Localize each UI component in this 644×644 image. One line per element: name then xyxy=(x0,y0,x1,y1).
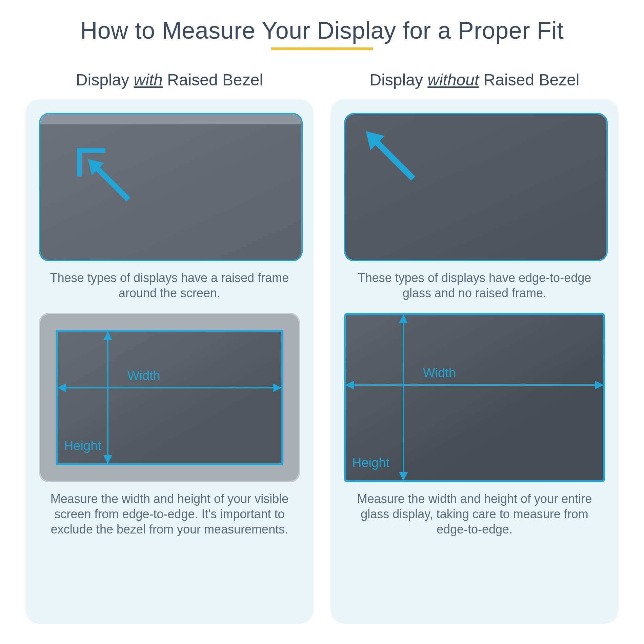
measure-area-screen: Width Height xyxy=(56,330,283,465)
instruction-page: How to Measure Your Display for a Proper… xyxy=(0,0,644,644)
illustration-no-bezel-measure: Width Height xyxy=(344,313,605,482)
arrow-icon xyxy=(88,159,135,206)
svg-marker-5 xyxy=(103,455,112,464)
width-dimension-line xyxy=(347,384,602,386)
arrowhead-up-icon xyxy=(398,314,408,324)
card-without-bezel: These types of displays have edge-to-edg… xyxy=(330,99,619,624)
measure-area-full-glass: Width Height xyxy=(344,313,605,482)
column-without-bezel: Display without Raised Bezel xyxy=(330,71,619,624)
illustration-raised-bezel-corner xyxy=(39,113,303,261)
arrowhead-down-icon xyxy=(103,454,113,464)
svg-line-0 xyxy=(94,165,128,200)
height-dimension-line xyxy=(107,333,108,462)
description-top-right: These types of displays have edge-to-edg… xyxy=(351,270,598,301)
width-label: Width xyxy=(423,366,456,380)
svg-marker-3 xyxy=(273,383,282,392)
card-with-bezel: These types of displays have a raised fr… xyxy=(25,99,314,624)
column-heading-right: Display without Raised Bezel xyxy=(370,71,580,89)
arrowhead-left-icon xyxy=(57,383,67,393)
svg-marker-9 xyxy=(595,381,604,389)
heading-emphasis: with xyxy=(134,71,163,89)
illustration-raised-bezel-measure: Width Height xyxy=(39,313,300,482)
svg-line-6 xyxy=(373,139,413,179)
monitor-outer-bezel xyxy=(39,113,303,261)
heading-segment: Raised Bezel xyxy=(163,71,263,89)
svg-marker-10 xyxy=(399,314,408,323)
columns: Display with Raised Bezel xyxy=(20,71,624,624)
arrowhead-right-icon xyxy=(271,383,282,393)
title-underline xyxy=(271,47,373,50)
arrowhead-down-icon xyxy=(398,471,408,481)
page-title: How to Measure Your Display for a Proper… xyxy=(20,17,624,44)
arrow-icon xyxy=(366,131,420,185)
heading-segment: Display xyxy=(370,71,428,89)
arrowhead-right-icon xyxy=(593,380,604,390)
heading-emphasis: without xyxy=(427,71,479,89)
width-label: Width xyxy=(127,368,160,383)
height-label: Height xyxy=(64,439,101,453)
svg-marker-8 xyxy=(345,381,354,389)
arrowhead-left-icon xyxy=(345,380,356,390)
illustration-no-bezel-corner xyxy=(344,113,608,261)
height-dimension-line xyxy=(403,316,404,479)
column-heading-left: Display with Raised Bezel xyxy=(76,71,263,89)
heading-segment: Raised Bezel xyxy=(479,71,579,89)
description-bottom-right: Measure the width and height of your ent… xyxy=(351,491,598,537)
width-dimension-line xyxy=(59,387,280,388)
description-top-left: These types of displays have a raised fr… xyxy=(46,270,293,301)
arrowhead-up-icon xyxy=(103,331,113,341)
description-bottom-left: Measure the width and height of your vis… xyxy=(46,491,293,537)
monitor-screen xyxy=(39,124,303,261)
height-label: Height xyxy=(352,456,389,470)
svg-marker-4 xyxy=(103,331,112,340)
heading-segment: Display xyxy=(76,71,134,89)
svg-marker-11 xyxy=(399,472,408,481)
svg-marker-2 xyxy=(57,383,66,392)
column-with-bezel: Display with Raised Bezel xyxy=(25,71,314,624)
